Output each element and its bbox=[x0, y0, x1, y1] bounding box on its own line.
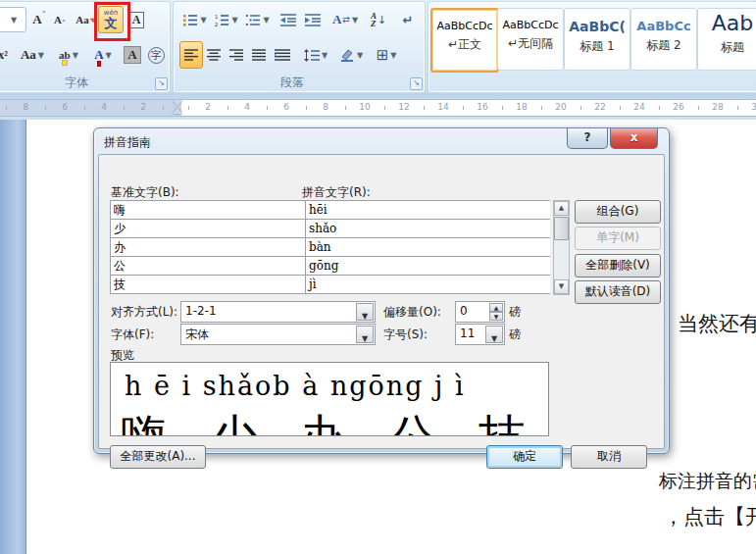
ruler-number: 8 bbox=[323, 102, 328, 112]
character-shading-button[interactable]: A bbox=[121, 41, 144, 69]
ruby-text-field[interactable]: hēi bbox=[306, 201, 550, 219]
offset-spinner[interactable]: 0 ▲▼ bbox=[455, 301, 505, 323]
ruler-tick bbox=[502, 106, 503, 110]
base-text-field[interactable]: 办 bbox=[111, 238, 306, 256]
change-all-button[interactable]: 全部更改(A)... bbox=[110, 445, 206, 469]
base-text-field[interactable]: 技 bbox=[111, 276, 306, 293]
show-marks-button[interactable]: ↵ bbox=[395, 6, 421, 33]
ruler-tick bbox=[45, 106, 46, 110]
style-preview: AaBbC( bbox=[565, 19, 630, 34]
justify-button[interactable] bbox=[247, 41, 271, 69]
chevron-down-icon[interactable]: ▼ bbox=[356, 303, 374, 321]
change-case-button[interactable]: Aa ▼ bbox=[17, 41, 48, 69]
style-chip-title[interactable]: Aab 标题 bbox=[697, 8, 756, 71]
ruby-text-field[interactable]: gōng bbox=[306, 257, 550, 275]
decrease-indent-button[interactable] bbox=[276, 6, 301, 33]
enclose-characters-icon: 字 bbox=[148, 47, 165, 64]
dialog-body: 基准文字(B): 拼音文字(R): 嗨 hēi 少 shǎo 办 bàn 公 g… bbox=[98, 154, 665, 449]
base-text-field[interactable]: 少 bbox=[111, 220, 306, 237]
ruler-number: 18 bbox=[516, 102, 527, 112]
scrollbar-thumb[interactable] bbox=[554, 217, 569, 240]
grow-font-button[interactable]: A˄ bbox=[28, 6, 50, 33]
ruler-number: 4 bbox=[244, 102, 250, 112]
paragraph-dialog-launcher[interactable]: ↘ bbox=[410, 77, 423, 90]
help-button[interactable]: ? bbox=[567, 128, 608, 149]
ruby-text-field[interactable]: bàn bbox=[306, 238, 550, 256]
borders-button[interactable]: ⊞ ▼ bbox=[370, 41, 403, 69]
line-spacing-button[interactable]: ▼ bbox=[299, 41, 332, 69]
ruby-font-label: 字体(F): bbox=[111, 327, 154, 343]
default-reading-button[interactable]: 默认读音(D) bbox=[575, 280, 661, 304]
bullets-button[interactable]: ▼ bbox=[179, 6, 211, 33]
align-left-button[interactable] bbox=[179, 41, 203, 69]
ok-button[interactable]: 确定 bbox=[486, 445, 563, 469]
chevron-down-icon[interactable]: ▼ bbox=[356, 326, 374, 343]
asian-layout-button[interactable]: A ⇄ ▼ bbox=[328, 6, 362, 33]
font-size-combo[interactable]: ▼ bbox=[0, 7, 26, 32]
style-preview: AaBbCc bbox=[631, 19, 696, 33]
ruby-text-field[interactable]: jì bbox=[306, 276, 550, 293]
multilevel-list-button[interactable]: ▼ bbox=[242, 6, 274, 33]
spin-down-icon[interactable]: ▼ bbox=[489, 312, 503, 321]
close-button[interactable]: x bbox=[610, 128, 658, 149]
superscript-button[interactable]: x² bbox=[0, 41, 15, 69]
ruby-row: 嗨 hēi bbox=[111, 201, 550, 220]
asian-layout-arrows: ⇄ bbox=[342, 15, 350, 25]
style-chip-heading1[interactable]: AaBbC( 标题 1 bbox=[564, 8, 630, 71]
ruby-row: 技 jì bbox=[111, 276, 550, 294]
scroll-down-icon[interactable]: ▼ bbox=[554, 279, 569, 294]
paragraph-group-label: 段落 bbox=[174, 75, 411, 91]
enclose-characters-button[interactable]: 字 bbox=[144, 41, 168, 69]
rows-scrollbar[interactable]: ▲ ▼ bbox=[553, 200, 570, 295]
indent-marker[interactable] bbox=[173, 100, 183, 116]
ruler-number: 6 bbox=[62, 102, 68, 112]
increase-indent-button[interactable] bbox=[300, 6, 326, 33]
chevron-down-icon: ▼ bbox=[73, 51, 78, 60]
shading-button[interactable]: ▼ bbox=[334, 41, 368, 69]
paragraph-group: ▼ 12 ▼ ▼ A ⇄ ▼ AZ bbox=[173, 1, 426, 93]
align-right-button[interactable] bbox=[225, 41, 248, 69]
horizontal-ruler: 864224681012141618202224262830 bbox=[0, 99, 756, 117]
ruler-tick bbox=[424, 106, 425, 110]
numbering-button[interactable]: 12 ▼ bbox=[211, 6, 242, 33]
chevron-down-icon: ▼ bbox=[106, 51, 112, 60]
style-chip-no-spacing[interactable]: AaBbCcDc ↵无间隔 bbox=[497, 8, 564, 71]
alignment-select[interactable]: 1-2-1 ▼ bbox=[180, 301, 376, 323]
shrink-font-button[interactable]: A˅ bbox=[49, 6, 71, 33]
chevron-down-icon[interactable]: ▼ bbox=[485, 326, 503, 343]
grow-font-icon: A bbox=[32, 12, 41, 27]
svg-text:2: 2 bbox=[215, 22, 218, 26]
style-chip-heading2[interactable]: AaBbCc 标题 2 bbox=[630, 8, 697, 71]
down-arrow-icon: ↓ bbox=[378, 14, 386, 26]
font-color-button[interactable]: A ▼ bbox=[87, 41, 119, 69]
ruby-size-select[interactable]: 11 ▼ bbox=[455, 324, 505, 345]
sort-button[interactable]: AZ ↓ bbox=[364, 6, 393, 33]
base-text-field[interactable]: 公 bbox=[111, 257, 306, 275]
text-highlight-button[interactable]: ab ▼ bbox=[52, 41, 85, 69]
chevron-down-icon: ▼ bbox=[11, 16, 17, 25]
ruby-size-value: 11 bbox=[460, 327, 475, 340]
style-chip-normal[interactable]: AaBbCcDc ↵正文 bbox=[430, 8, 499, 73]
delete-all-button[interactable]: 全部删除(V) bbox=[575, 254, 661, 277]
ruby-text-field[interactable]: shǎo bbox=[306, 220, 550, 237]
ruby-font-select[interactable]: 宋体 ▼ bbox=[180, 324, 376, 345]
combine-button[interactable]: 组合(G) bbox=[575, 200, 661, 224]
cancel-button[interactable]: 取消 bbox=[571, 445, 647, 469]
spin-up-icon[interactable]: ▲ bbox=[489, 303, 503, 312]
distribute-button[interactable] bbox=[270, 41, 295, 69]
align-center-button[interactable] bbox=[202, 41, 226, 69]
distribute-icon bbox=[275, 49, 290, 61]
chevron-down-icon: ▼ bbox=[263, 16, 269, 25]
change-case-icon: Aa bbox=[21, 47, 36, 63]
ruler-tick bbox=[541, 106, 542, 110]
style-label: ↵正文 bbox=[432, 36, 497, 53]
dialog-title: 拼音指南 bbox=[104, 134, 151, 151]
multilevel-list-icon bbox=[246, 14, 261, 26]
base-text-field[interactable]: 嗨 bbox=[111, 201, 306, 219]
font-dialog-launcher[interactable]: ↘ bbox=[155, 77, 168, 90]
ruler-tick bbox=[698, 106, 699, 110]
character-shading-icon: A bbox=[124, 46, 140, 64]
increase-indent-icon bbox=[305, 14, 321, 26]
ruler-number: 26 bbox=[673, 102, 683, 112]
scroll-up-icon[interactable]: ▲ bbox=[554, 201, 569, 216]
